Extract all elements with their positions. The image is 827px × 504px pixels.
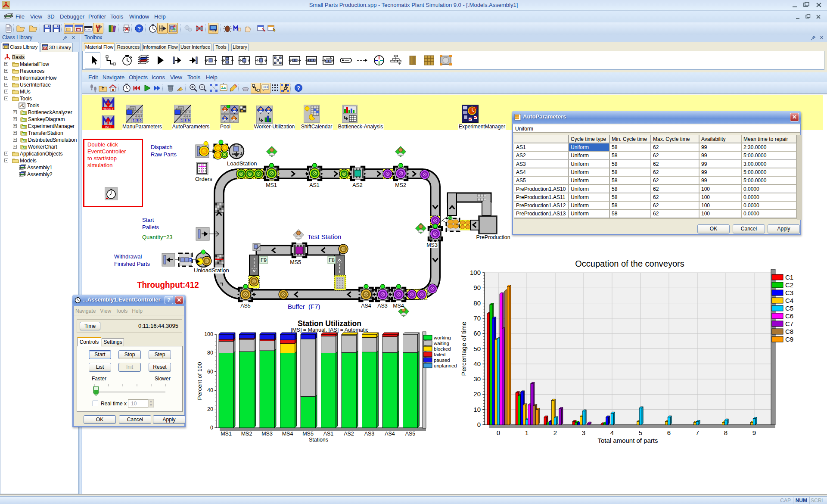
svg-text:UnloadStation: UnloadStation <box>194 267 229 274</box>
svg-text:R: R <box>23 112 25 115</box>
svg-text:R: R <box>23 146 25 149</box>
svg-text:?: ? <box>297 85 300 91</box>
svg-text:R: R <box>23 139 25 142</box>
svg-text:AS3: AS3 <box>377 303 388 309</box>
svg-text:?: ? <box>137 25 141 32</box>
svg-text:PreProduction: PreProduction <box>476 234 510 240</box>
svg-text:AS2: AS2 <box>352 182 363 188</box>
svg-text:MS1: MS1 <box>266 182 277 188</box>
svg-text:Orders: Orders <box>195 176 212 182</box>
svg-text:MS4: MS4 <box>393 303 404 309</box>
svg-text:AS4: AS4 <box>361 303 371 309</box>
svg-text:3D: 3D <box>77 29 80 31</box>
svg-text:MS3: MS3 <box>426 242 438 248</box>
svg-text:R: R <box>23 118 25 121</box>
svg-text:AS5: AS5 <box>240 303 251 309</box>
svg-text:R: R <box>23 132 25 135</box>
svg-text:F8: F8 <box>329 257 335 263</box>
svg-text:MS2: MS2 <box>395 182 406 188</box>
svg-text:LoadStation: LoadStation <box>227 160 257 167</box>
svg-text:R: R <box>23 125 25 128</box>
svg-text:AS1: AS1 <box>309 182 320 188</box>
svg-text:3D: 3D <box>44 47 47 50</box>
svg-text:F9: F9 <box>261 257 267 263</box>
svg-text:MS5: MS5 <box>290 259 301 265</box>
